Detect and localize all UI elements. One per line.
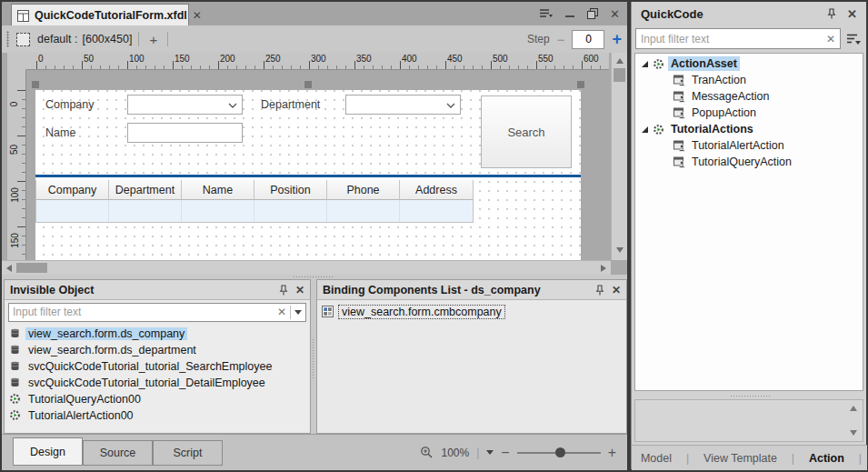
step-label: Step <box>527 33 550 45</box>
invisible-object-list: view_search.form.ds_company view_search.… <box>5 324 309 432</box>
scroll-up-icon[interactable] <box>616 58 624 64</box>
list-item[interactable]: svcQuickCodeTutorial_tutorial_DetailEmpl… <box>9 375 268 390</box>
hruler-label: 0 <box>38 54 44 64</box>
tab-script[interactable]: Script <box>153 440 223 466</box>
tab-model[interactable]: Model <box>637 452 675 465</box>
form-design-surface[interactable]: Company Department Name Search <box>35 90 581 275</box>
tree-group-label: ActionAsset <box>668 56 740 71</box>
tab-action[interactable]: Action <box>805 452 848 465</box>
dataset-icon <box>9 360 21 372</box>
clear-filter-icon[interactable]: ✕ <box>826 34 835 45</box>
tree-item-tutorialalertaction[interactable]: TutorialAlertAction <box>673 137 787 154</box>
zoom-slider-thumb[interactable] <box>555 447 565 457</box>
list-item[interactable]: TutorialAlertAction00 <box>9 407 136 423</box>
tree-item-popupaction[interactable]: PopupAction <box>673 105 759 121</box>
scroll-down-icon[interactable] <box>850 430 857 436</box>
tab-design-label: Design <box>30 446 65 458</box>
close-panel-icon[interactable]: ✕ <box>295 285 304 296</box>
name-static-label[interactable]: Name <box>45 126 75 139</box>
tree-item-tutorialqueryaction[interactable]: TutorialQueryAction <box>673 154 794 170</box>
canvas-horizontal-scrollbar[interactable] <box>2 260 611 275</box>
grid-header-cell: Phone <box>327 180 400 200</box>
document-tab[interactable]: QuickCodeTutorialForm.xfdl ✕ <box>11 4 189 26</box>
binding-list-item[interactable]: view_search.form.cmbcompany <box>322 304 505 319</box>
tree-group-tutorialactions[interactable]: TutorialActions <box>641 121 756 137</box>
pin-icon[interactable] <box>279 285 288 296</box>
search-button[interactable]: Search <box>481 95 572 168</box>
scroll-right-icon[interactable] <box>601 265 606 272</box>
tab-design[interactable]: Design <box>13 437 83 466</box>
tab-source[interactable]: Source <box>83 440 153 466</box>
restore-icon[interactable] <box>587 8 598 19</box>
document-list-menu-icon[interactable] <box>539 8 554 19</box>
zoom-value: 100% <box>441 447 469 459</box>
department-static-label[interactable]: Department <box>261 98 320 111</box>
hruler-label: 550 <box>538 54 554 64</box>
pin-icon[interactable] <box>827 8 836 19</box>
scroll-left-icon[interactable] <box>6 265 12 272</box>
tree-item-messageaction[interactable]: MessageAction <box>673 88 772 105</box>
selection-rect-icon[interactable] <box>16 33 30 46</box>
splitter-grip[interactable] <box>730 395 770 398</box>
zoom-out-button[interactable]: − <box>501 445 509 461</box>
hruler-label: 200 <box>220 54 235 64</box>
tree-item-tranaction[interactable]: TranAction <box>673 72 749 88</box>
tab-view-template[interactable]: View Template <box>700 452 781 465</box>
zoom-slider[interactable] <box>517 452 601 454</box>
step-increase-button[interactable]: + <box>612 30 622 49</box>
close-panel-icon[interactable]: ✕ <box>612 285 621 296</box>
list-item-label: svcQuickCodeTutorial_tutorial_DetailEmpl… <box>25 377 268 389</box>
window-controls: ✕ <box>539 2 620 25</box>
step-input[interactable] <box>572 30 604 49</box>
result-grid[interactable]: Company Department Name Position Phone A… <box>35 180 474 223</box>
tree-group-actionasset[interactable]: ActionAsset <box>641 55 740 72</box>
quickcode-tree: ActionAsset TranAction MessageAction Pop… <box>634 53 863 391</box>
hruler-label: 400 <box>402 54 417 64</box>
form-resize-handle[interactable] <box>577 81 584 88</box>
form-document-icon <box>17 10 29 22</box>
toolbar-grip[interactable] <box>6 31 9 47</box>
canvas-vertical-scrollbar[interactable] <box>611 53 627 260</box>
tab-close-icon[interactable]: ✕ <box>193 10 202 21</box>
zoom-dropdown-icon[interactable] <box>486 450 494 455</box>
filter-dropdown-icon[interactable] <box>294 310 302 315</box>
hruler-label: 100 <box>129 54 145 64</box>
company-static-label[interactable]: Company <box>45 98 95 111</box>
tree-expander-icon[interactable] <box>641 126 649 134</box>
quickcode-titlebar: QuickCode ✕ <box>632 2 866 25</box>
quickcode-tabbar: Model | View Template | Action | <box>632 445 867 470</box>
scroll-down-icon[interactable] <box>616 247 624 253</box>
step-decrease-button[interactable]: − <box>557 32 565 47</box>
form-resize-handle[interactable] <box>304 81 312 88</box>
pin-icon[interactable] <box>595 285 604 296</box>
vruler-label: 150 <box>10 233 20 248</box>
close-window-icon[interactable]: ✕ <box>610 8 620 20</box>
close-panel-icon[interactable]: ✕ <box>847 8 857 20</box>
clear-filter-icon[interactable]: ✕ <box>277 306 286 317</box>
department-combobox[interactable] <box>345 95 461 115</box>
list-item[interactable]: view_search.form.ds_department <box>9 342 199 357</box>
name-edit-field[interactable] <box>127 123 243 143</box>
company-combobox[interactable] <box>127 95 243 115</box>
filter-sort-icon[interactable] <box>846 33 862 46</box>
tree-expander-icon[interactable] <box>641 60 649 68</box>
vscroll-thumb[interactable] <box>614 68 625 82</box>
splitter-grip[interactable] <box>312 338 315 378</box>
zoom-in-button[interactable]: + <box>608 445 616 461</box>
form-resize-handle[interactable] <box>32 81 39 88</box>
quickcode-filter-input[interactable] <box>641 33 823 45</box>
vertical-ruler: 0 50 100 150 <box>7 69 26 275</box>
hruler-label: 250 <box>265 54 281 64</box>
list-item[interactable]: svcQuickCodeTutorial_tutorial_SearchEmpl… <box>9 358 274 374</box>
minimize-icon[interactable] <box>565 9 575 19</box>
search-button-label: Search <box>507 126 544 139</box>
hscroll-thumb[interactable] <box>16 263 47 273</box>
invisible-object-titlebar: Invisible Object ✕ <box>5 280 310 300</box>
scroll-up-icon[interactable] <box>850 406 857 411</box>
list-item[interactable]: TutorialQueryAction00 <box>9 391 144 407</box>
add-layout-button[interactable]: + <box>145 32 161 47</box>
grid-header-cell: Department <box>109 180 182 200</box>
invisible-object-filter-input[interactable] <box>13 306 274 318</box>
vruler-label: 100 <box>10 187 20 203</box>
list-item[interactable]: view_search.form.ds_company <box>9 326 187 341</box>
